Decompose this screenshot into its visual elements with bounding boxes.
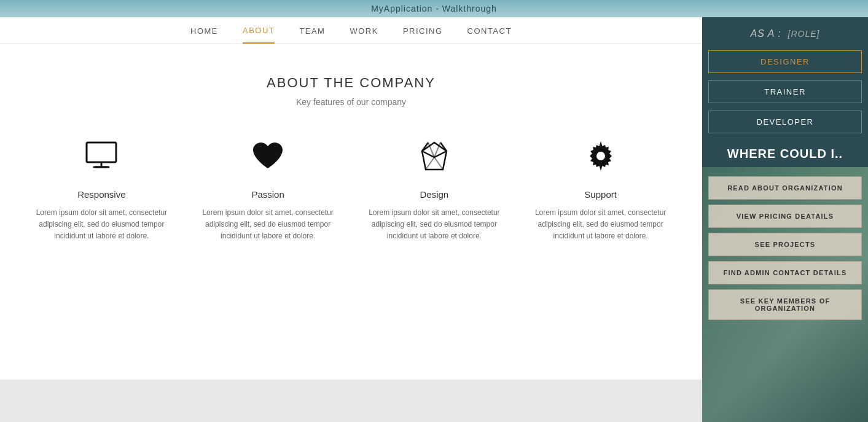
action-btn-see-projects[interactable]: SEE PROJECTS (708, 233, 862, 256)
main-content: HOMEABOUTTEAMWORKPRICINGCONTACT ABOUT TH… (0, 17, 702, 422)
feature-title: Passion (251, 189, 284, 200)
svg-rect-0 (87, 143, 116, 162)
feature-passion: PassionLorem ipsum dolor sit amet, conse… (191, 138, 345, 243)
about-subtitle: Key features of our company (25, 97, 678, 107)
feature-desc: Lorem ipsum dolor sit amet, consectetur … (25, 207, 179, 243)
where-could-title: WHERE COULD I.. (727, 147, 843, 160)
sidebar-action-area: READ ABOUT ORGANIZATIONVIEW PRICING DEAT… (702, 167, 868, 422)
nav-item-pricing[interactable]: PRICING (403, 26, 443, 43)
action-btn-read-about-organization[interactable]: READ ABOUT ORGANIZATION (708, 176, 862, 200)
as-a-label: AS A : [ROLE] (751, 28, 820, 39)
diamond-icon (416, 138, 453, 189)
nav-item-team[interactable]: TEAM (299, 26, 325, 43)
monitor-icon (83, 138, 120, 189)
action-btn-see-key-members-of-organization[interactable]: SEE KEY MEMBERS OF ORGANIZATION (708, 289, 862, 320)
feature-title: Design (420, 189, 449, 200)
feature-desc: Lorem ipsum dolor sit amet, consectetur … (523, 207, 678, 243)
action-btn-find-admin-contact-details[interactable]: FIND ADMIN CONTACT DETAILS (708, 261, 862, 284)
top-bar: MyApplication - Walkthrough (0, 0, 868, 17)
bottom-area (0, 380, 702, 422)
feature-title: Responsive (77, 189, 125, 200)
app-title: MyApplication - Walkthrough (371, 4, 497, 14)
sidebar-header: AS A : [ROLE] (702, 17, 868, 47)
feature-responsive: ResponsiveLorem ipsum dolor sit amet, co… (25, 138, 179, 243)
where-could-section: WHERE COULD I.. (702, 137, 868, 167)
navigation: HOMEABOUTTEAMWORKPRICINGCONTACT (0, 17, 702, 44)
nav-item-work[interactable]: WORK (350, 26, 378, 43)
as-a-text: AS A : (751, 28, 781, 39)
nav-item-about[interactable]: ABOUT (243, 26, 275, 44)
feature-desc: Lorem ipsum dolor sit amet, consectetur … (358, 207, 512, 243)
role-btn-trainer[interactable]: TRAINER (708, 80, 862, 103)
features-grid: ResponsiveLorem ipsum dolor sit amet, co… (25, 138, 678, 243)
role-buttons: DESIGNERTRAINERDEVELOPER (702, 47, 868, 137)
nav-item-home[interactable]: HOME (190, 26, 218, 43)
role-placeholder: [ROLE] (788, 29, 820, 39)
heart-icon (249, 138, 286, 189)
role-btn-designer[interactable]: DESIGNER (708, 50, 862, 73)
gear-icon (582, 138, 619, 189)
svg-point-9 (596, 152, 605, 160)
sidebar: AS A : [ROLE] DESIGNERTRAINERDEVELOPER W… (702, 17, 868, 422)
feature-desc: Lorem ipsum dolor sit amet, consectetur … (191, 207, 345, 243)
about-title: ABOUT THE COMPANY (25, 75, 678, 91)
action-btn-view-pricing-deatails[interactable]: VIEW PRICING DEATAILS (708, 205, 862, 228)
feature-title: Support (584, 189, 617, 200)
about-section: ABOUT THE COMPANY Key features of our co… (0, 44, 702, 380)
feature-design: DesignLorem ipsum dolor sit amet, consec… (358, 138, 512, 243)
nav-item-contact[interactable]: CONTACT (467, 26, 512, 43)
role-btn-developer[interactable]: DEVELOPER (708, 111, 862, 133)
feature-support: SupportLorem ipsum dolor sit amet, conse… (523, 138, 678, 243)
